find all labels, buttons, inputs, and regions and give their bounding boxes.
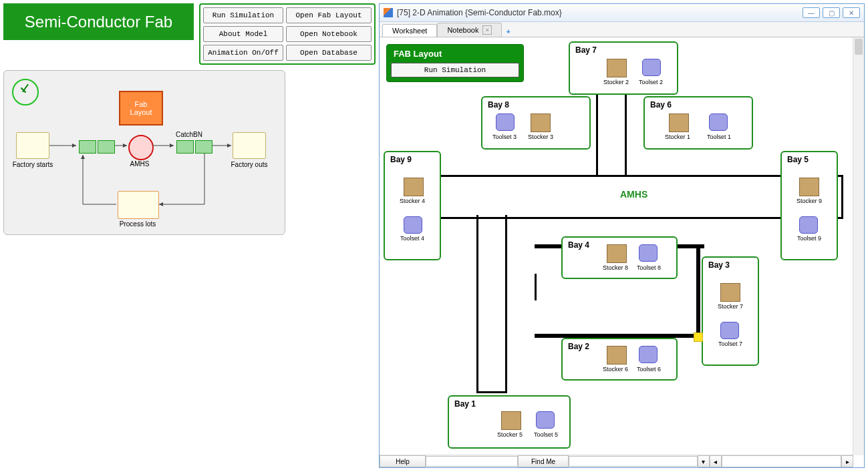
toolset-2[interactable] [642,59,661,76]
app-title-banner: Semi-Conductor Fab [3,3,194,40]
amhs-rail-top [596,89,627,177]
process-node-1b[interactable] [98,140,115,154]
vertical-scrollbar[interactable] [853,37,864,455]
stocker-2-label: Stocker 2 [598,79,634,85]
scroll-left-icon[interactable]: ◂ [710,455,722,467]
amhs-label: AMHS [125,160,154,168]
stocker-5[interactable] [501,411,521,430]
bay-5-title: Bay 5 [787,155,809,164]
stocker-1[interactable] [669,113,689,132]
stocker-6[interactable] [607,346,627,365]
app-title: Semi-Conductor Fab [25,13,172,31]
animation-window-title: [75] 2-D Animation {Semi-Conductor Fab.m… [397,8,562,17]
stocker-3[interactable] [531,113,551,132]
process-lots-block[interactable] [118,191,159,219]
find-me-button[interactable]: Find Me [518,455,568,467]
stocker-8[interactable] [607,244,627,263]
stocker-8-label: Stocker 8 [597,264,633,271]
window-buttons: — ▢ ✕ [803,7,860,18]
stocker-9[interactable] [799,178,819,196]
toolset-8[interactable] [639,244,658,262]
run-simulation-button[interactable]: Run Simulation [203,7,283,23]
clock-icon[interactable] [12,79,39,105]
factory-outs-block[interactable] [233,132,266,159]
factory-starts-block[interactable] [16,132,49,159]
bay-8-title: Bay 8 [488,100,509,109]
horizontal-scroll-track[interactable] [722,455,842,467]
minimize-button[interactable]: — [803,7,820,18]
toolset-5-label: Toolset 5 [528,431,564,438]
stocker-7[interactable] [720,283,740,302]
tab-notebook[interactable]: Notebook× [437,23,502,37]
toolset-4-label: Toolset 4 [394,235,430,242]
amhs-circle[interactable] [128,135,154,160]
bay-1-title: Bay 1 [454,399,476,409]
process-lots-label: Process lots [110,220,166,228]
animation-titlebar[interactable]: [75] 2-D Animation {Semi-Conductor Fab.m… [380,4,864,22]
stocker-9-label: Stocker 9 [791,198,827,204]
process-node-1[interactable] [79,140,96,154]
stocker-4[interactable] [404,178,424,196]
maximize-button[interactable]: ▢ [823,7,840,18]
amhs-rail-vert [476,215,507,393]
stocker-6-label: Stocker 6 [597,366,633,373]
fab-layout-panel: FAB Layout Run Simulation [386,44,524,82]
toolset-1-label: Toolset 1 [701,134,737,140]
bay-2[interactable]: Bay 2 Stocker 6 Toolset 6 [561,338,678,381]
amhs-label-main: AMHS [620,189,647,200]
open-fab-layout-button[interactable]: Open Fab Layout [286,7,372,23]
bay-2-title: Bay 2 [568,342,589,351]
toolset-9[interactable] [799,216,818,234]
search-result-field[interactable] [569,456,698,467]
bay-3[interactable]: Bay 3 Stocker 7 Toolset 7 [702,256,759,366]
process-node-2[interactable] [176,140,194,154]
bay-5[interactable]: Bay 5 Stocker 9 Toolset 9 [780,151,838,260]
toolset-1[interactable] [709,113,728,131]
fab-layout-block[interactable]: Fab Layout [119,91,163,126]
bay-1[interactable]: Bay 1 Stocker 5 Toolset 5 [448,395,571,449]
dropdown-arrow-icon[interactable]: ▾ [698,455,710,467]
catchbn-label: CatchBN [172,131,206,138]
fab-run-simulation-button[interactable]: Run Simulation [391,63,519,77]
tab-worksheet[interactable]: Worksheet [382,24,437,37]
scroll-thumb[interactable] [855,39,863,55]
toolset-6[interactable] [639,346,658,363]
toolset-3[interactable] [496,113,515,131]
bay-6[interactable]: Bay 6 Stocker 1 Toolset 1 [643,96,753,150]
model-canvas[interactable]: Fab Layout Factory starts AMHS CatchBN F… [3,70,285,235]
stocker-2[interactable] [607,59,627,77]
animation-toggle-button[interactable]: Animation On/Off [203,45,283,61]
process-node-2b[interactable] [195,140,212,154]
bay-9[interactable]: Bay 9 Stocker 4 Toolset 4 [384,151,441,260]
toolset-5[interactable] [536,411,555,429]
toolset-4[interactable] [404,216,422,234]
open-notebook-button[interactable]: Open Notebook [286,26,372,42]
stocker-7-label: Stocker 7 [712,303,748,310]
stocker-3-label: Stocker 3 [523,134,559,140]
stocker-1-label: Stocker 1 [660,134,696,140]
add-tab-button[interactable]: + [502,26,514,37]
footer-bar: Help Find Me ▾ ◂ ▸ [380,455,853,467]
toolset-3-label: Toolset 3 [486,134,523,140]
search-input[interactable] [426,456,518,467]
bay-8[interactable]: Bay 8 Toolset 3 Stocker 3 [481,96,591,150]
help-button[interactable]: Help [380,455,426,467]
toolset-7[interactable] [720,322,739,339]
factory-outs-label: Factory outs [227,161,271,168]
toolset-9-label: Toolset 9 [791,235,827,242]
open-database-button[interactable]: Open Database [286,45,372,61]
control-button-panel: Run Simulation Open Fab Layout About Mod… [199,3,376,65]
stocker-4-label: Stocker 4 [394,198,430,204]
scroll-right-icon[interactable]: ▸ [841,455,853,467]
fab-layout-panel-title: FAB Layout [391,49,519,59]
toolset-7-label: Toolset 7 [712,340,748,347]
bay-7[interactable]: Bay 7 Stocker 2 Toolset 2 [569,41,678,95]
toolset-6-label: Toolset 6 [631,366,667,373]
close-button[interactable]: ✕ [843,7,860,18]
close-icon[interactable]: × [482,25,492,35]
bay-4[interactable]: Bay 4 Stocker 8 Toolset 8 [561,236,678,279]
about-model-button[interactable]: About Model [203,26,283,42]
vehicle-marker[interactable] [694,332,703,342]
animation-canvas[interactable]: FAB Layout Run Simulation AMHS Bay 7 Sto… [380,37,864,467]
bay-4-title: Bay 4 [568,240,589,250]
